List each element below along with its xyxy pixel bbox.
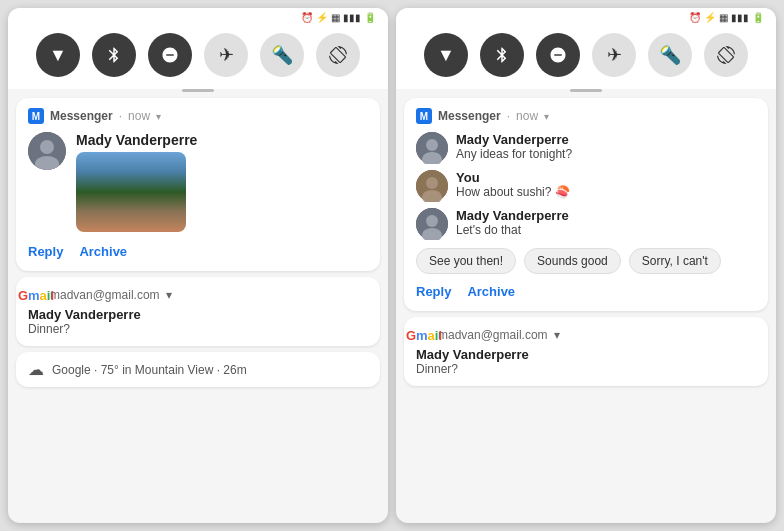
photo-preview [76,152,186,232]
left-messenger-content: Mady Vanderperre [28,132,368,232]
conv-row-1: Mady Vanderperre Any ideas for tonight? [416,132,756,164]
right-network-icon: ▮▮▮ [731,12,749,23]
right-gmail-chevron: ▾ [554,328,560,342]
conv-avatar-you [416,170,448,202]
messenger-app-icon: M [28,108,44,124]
left-app-name: Messenger [50,109,113,123]
airplane-button[interactable]: ✈ [204,33,248,77]
right-archive-button[interactable]: Archive [467,282,515,301]
left-messenger-notification: M Messenger · now ▾ Mady Vanderperre [16,98,380,271]
svg-point-10 [426,215,438,227]
right-bluetooth-button[interactable] [480,33,524,77]
left-action-buttons: Reply Archive [28,242,368,261]
signal-icon: ▦ [331,12,340,23]
right-gmail-email: madvan@gmail.com [438,328,548,342]
right-alarm-icon: ⏰ [689,12,701,23]
conv-avatar-mady-2 [416,208,448,240]
right-rotate-button[interactable] [704,33,748,77]
right-airplane-button[interactable]: ✈ [592,33,636,77]
right-gmail-subject: Dinner? [416,362,756,376]
network-icon: ▮▮▮ [343,12,361,23]
left-gmail-header: Gmail madvan@gmail.com ▾ [28,287,368,303]
right-drag-handle [570,89,602,92]
conv-name-2: You [456,170,570,185]
left-notif-chevron: ▾ [156,111,161,122]
cloud-icon: ☁ [28,360,44,379]
conv-msg-3: Let's do that [456,223,569,237]
wifi-button[interactable]: ▼ [36,33,80,77]
right-gmail-body: Mady Vanderperre Dinner? [416,347,756,376]
left-sender-avatar [28,132,66,170]
quick-reply-chips: See you then! Sounds good Sorry, I can't [416,248,756,274]
right-signal-icon: ▦ [719,12,728,23]
left-sender-name: Mady Vanderperre [76,132,197,148]
conv-text-3: Mady Vanderperre Let's do that [456,208,569,237]
left-google-notification: ☁ Google · 75° in Mountain View · 26m [16,352,380,387]
left-reply-button[interactable]: Reply [28,242,63,261]
left-notif-time: now [128,109,150,123]
dnd-button[interactable] [148,33,192,77]
right-gmail-header: Gmail madvan@gmail.com ▾ [416,327,756,343]
right-notif-time: now [516,109,538,123]
svg-point-1 [40,140,54,154]
right-battery-icon: 🔋 [752,12,764,23]
left-notif-header: M Messenger · now ▾ [28,108,368,124]
left-gmail-email: madvan@gmail.com [50,288,160,302]
battery-icon: 🔋 [364,12,376,23]
gmail-icon: Gmail [28,287,44,303]
rotate-button[interactable] [316,33,360,77]
svg-point-4 [426,139,438,151]
conv-msg-2: How about sushi? 🍣 [456,185,570,199]
alarm-icon: ⏰ [301,12,313,23]
conv-text-1: Mady Vanderperre Any ideas for tonight? [456,132,572,161]
conv-row-3: Mady Vanderperre Let's do that [416,208,756,240]
right-wifi-button[interactable]: ▼ [424,33,468,77]
conv-avatar-mady-1 [416,132,448,164]
right-dnd-button[interactable] [536,33,580,77]
drag-handle [182,89,214,92]
left-gmail-sender: Mady Vanderperre [28,307,368,322]
right-gmail-icon: Gmail [416,327,432,343]
bluetooth-icon: ⚡ [316,12,328,23]
bluetooth-button[interactable] [92,33,136,77]
right-panel: ⏰ ⚡ ▦ ▮▮▮ 🔋 ▼ ✈ 🔦 M Messen [396,8,776,523]
left-panel: ⏰ ⚡ ▦ ▮▮▮ 🔋 ▼ ✈ 🔦 M Messen [8,8,388,523]
left-gmail-chevron: ▾ [166,288,172,302]
left-gmail-body: Mady Vanderperre Dinner? [28,307,368,336]
right-gmail-notification: Gmail madvan@gmail.com ▾ Mady Vanderperr… [404,317,768,386]
right-notif-header: M Messenger · now ▾ [416,108,756,124]
conversation-messages: Mady Vanderperre Any ideas for tonight? [416,132,756,240]
right-action-buttons: Reply Archive [416,282,756,301]
right-quick-settings: ▼ ✈ 🔦 [396,25,776,89]
conv-text-2: You How about sushi? 🍣 [456,170,570,199]
left-status-bar: ⏰ ⚡ ▦ ▮▮▮ 🔋 [8,8,388,25]
right-notif-chevron: ▾ [544,111,549,122]
conv-name-3: Mady Vanderperre [456,208,569,223]
right-gmail-sender: Mady Vanderperre [416,347,756,362]
conv-name-1: Mady Vanderperre [456,132,572,147]
google-weather-text: Google · 75° in Mountain View · 26m [52,363,247,377]
quick-reply-sounds-good[interactable]: Sounds good [524,248,621,274]
conv-row-2: You How about sushi? 🍣 [416,170,756,202]
right-bluetooth-icon: ⚡ [704,12,716,23]
conv-msg-1: Any ideas for tonight? [456,147,572,161]
right-flashlight-button[interactable]: 🔦 [648,33,692,77]
right-messenger-notification: M Messenger · now ▾ [404,98,768,311]
left-quick-settings: ▼ ✈ 🔦 [8,25,388,89]
right-reply-button[interactable]: Reply [416,282,451,301]
left-archive-button[interactable]: Archive [79,242,127,261]
right-app-name: Messenger [438,109,501,123]
left-gmail-subject: Dinner? [28,322,368,336]
right-status-bar: ⏰ ⚡ ▦ ▮▮▮ 🔋 [396,8,776,25]
flashlight-button[interactable]: 🔦 [260,33,304,77]
right-messenger-app-icon: M [416,108,432,124]
svg-point-7 [426,177,438,189]
quick-reply-sorry[interactable]: Sorry, I can't [629,248,721,274]
quick-reply-see-you[interactable]: See you then! [416,248,516,274]
left-gmail-notification: Gmail madvan@gmail.com ▾ Mady Vanderperr… [16,277,380,346]
